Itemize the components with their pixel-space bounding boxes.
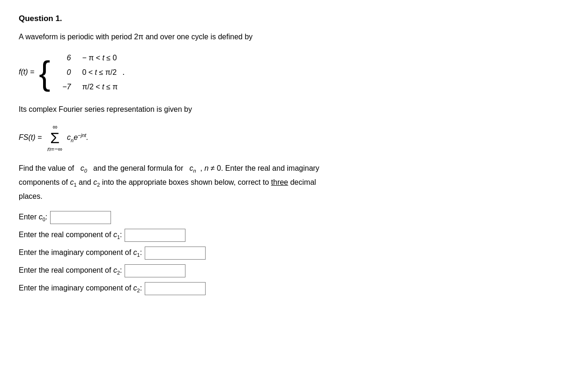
input-c1-imag[interactable] [145,247,206,260]
label-c2-imag: Enter the imaginary component of c2: [19,282,142,295]
question-title: Question 1. [19,14,543,23]
piecewise-val-1: 6 [58,51,71,64]
input-c2-imag[interactable] [145,282,206,295]
fourier-intro: Its complex Fourier series representatio… [19,103,543,116]
piecewise-lhs: f(t) = [19,68,34,76]
piecewise-val-2: 0 [58,66,71,79]
find-underline: three [271,178,288,186]
find-text-3: , n ≠ 0. Enter the real and imaginary [198,164,319,172]
label-c1-imag: Enter the imaginary component of c1: [19,247,142,260]
find-cn-sub: n [193,168,196,174]
input-row-c1-imag: Enter the imaginary component of c1: [19,247,543,260]
sigma-icon: Σ [50,131,59,145]
input-c2-real[interactable] [125,264,185,277]
find-text-1: Find the value of [19,164,78,172]
piecewise-table: 6 − π < t ≤ 0 0 0 < t ≤ π/2 −7 π/2 < t ≤… [58,51,118,94]
find-cn: c [190,164,193,172]
fs-lhs: FS(t) = [19,133,42,142]
fourier-term: cne−jnt. [67,132,89,143]
find-text-places: places. [19,192,43,200]
fourier-formula: FS(t) = ∞ Σ n=−∞ cne−jnt. [19,123,543,152]
summation-block: ∞ Σ n=−∞ [47,123,62,152]
brace-icon: { [39,56,50,90]
intro-text: A waveform is periodic with period 2π an… [19,31,543,43]
find-c0: c [81,164,84,172]
find-text-decimal: decimal [290,178,316,186]
input-c1-real[interactable] [125,229,185,242]
find-c0-sub: 0 [84,168,87,174]
piecewise-cond-1: − π < t ≤ 0 [82,51,117,64]
piecewise-function: f(t) = { 6 − π < t ≤ 0 0 0 < t ≤ π/2 −7 … [19,51,543,94]
label-c1-real: Enter the real component of c1: [19,229,122,242]
label-c2-real: Enter the real component of c2: [19,264,122,277]
piecewise-cond-3: π/2 < t ≤ π [82,80,118,93]
inputs-section: Enter c0: Enter the real component of c1… [19,211,543,295]
input-c0[interactable] [50,211,111,224]
input-row-c2-real: Enter the real component of c2: [19,264,543,277]
input-row-c2-imag: Enter the imaginary component of c2: [19,282,543,295]
find-text-block: Find the value of c0 and the general for… [19,162,543,203]
label-c0: Enter c0: [19,211,47,224]
input-row-c0: Enter c0: [19,211,543,224]
piecewise-row-1: 6 − π < t ≤ 0 [58,51,118,64]
piecewise-row-2: 0 0 < t ≤ π/2 [58,66,118,79]
piecewise-row-3: −7 π/2 < t ≤ π [58,80,118,93]
piecewise-val-3: −7 [58,80,71,93]
find-text-line2: components of c1 and c2 into the appropr… [19,178,271,186]
input-row-c1-real: Enter the real component of c1: [19,229,543,242]
piecewise-cond-2: 0 < t ≤ π/2 [82,66,117,79]
find-text-2: and the general formula for [89,164,187,172]
sum-bottom: n=−∞ [47,145,62,152]
period-dot: . [122,67,125,77]
